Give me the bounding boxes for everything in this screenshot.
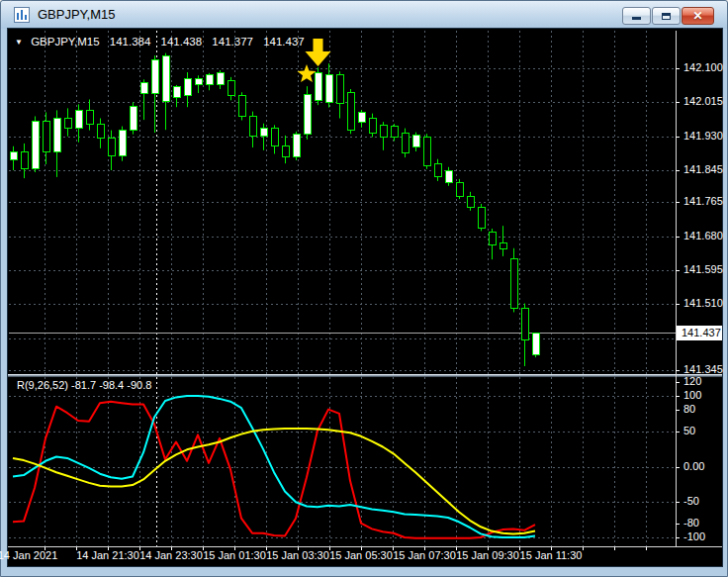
time-axis-label: 14 Jan 2021 <box>0 549 57 561</box>
candle <box>315 67 321 105</box>
candle-body <box>97 125 104 139</box>
candle-body <box>119 131 126 156</box>
candle-body <box>434 164 441 177</box>
candle <box>151 55 158 133</box>
window-title: GBPJPY,M15 <box>38 7 116 22</box>
candle <box>238 92 245 120</box>
candle <box>532 333 539 357</box>
candle <box>21 144 28 178</box>
candle <box>119 127 126 161</box>
candle <box>217 70 224 89</box>
indicator-axis-label: -100 <box>683 530 705 542</box>
minimize-icon <box>632 17 641 20</box>
candle-body <box>184 78 191 95</box>
candle-body <box>347 92 354 130</box>
header-close: 141.437 <box>263 36 305 48</box>
indicator-axis-tick <box>676 524 680 525</box>
candle-body <box>293 135 300 157</box>
candle <box>53 110 60 176</box>
candle <box>10 146 17 170</box>
candle <box>304 86 311 140</box>
candle-body <box>282 146 289 157</box>
candle <box>445 167 452 186</box>
time-axis-tick <box>646 547 647 550</box>
candle-body <box>445 171 452 182</box>
header-symbol: GBPJPY,M15 <box>31 36 99 48</box>
candle-body <box>391 127 398 137</box>
candle-body <box>260 129 267 137</box>
indicator-axis-tick <box>676 410 680 411</box>
candle <box>195 75 202 93</box>
time-axis-label: 14 Jan 23:30 <box>139 549 203 561</box>
collapse-triangle-icon[interactable]: ▼ <box>15 38 23 47</box>
chart-window-icon <box>14 7 30 23</box>
indicator-axis-label: 50 <box>683 425 695 436</box>
candle <box>489 229 496 259</box>
indicator-axis-label: 120 <box>683 375 701 387</box>
time-axis-tick <box>298 547 299 550</box>
restore-icon <box>662 13 671 20</box>
chart-header: ▼ GBPJPY,M15 141.384 141.438 141.377 141… <box>15 36 312 48</box>
candle-body <box>108 139 115 156</box>
candle-body <box>228 80 234 95</box>
candle-body <box>10 151 17 159</box>
candle <box>249 112 256 147</box>
price-axis-tick <box>676 137 680 138</box>
candle-body <box>195 78 202 85</box>
candle-body <box>304 94 311 134</box>
restore-button[interactable] <box>652 7 681 25</box>
indicator-axis-tick <box>676 432 680 433</box>
main-price-pane[interactable] <box>9 31 676 374</box>
header-low: 141.377 <box>212 36 253 48</box>
candle <box>467 192 474 211</box>
candle-body <box>64 119 71 129</box>
candle-body <box>53 119 60 152</box>
candle <box>184 72 191 107</box>
indicator-axis-label: -80 <box>683 517 699 529</box>
price-axis-label: 142.100 <box>683 61 723 73</box>
time-axis-tick <box>171 547 172 550</box>
price-axis-tick <box>676 270 680 271</box>
candle <box>173 85 180 107</box>
close-icon: ✕ <box>682 9 713 23</box>
chart-window: GBPJPY,M15 ✕ ▼ GBPJPY,M15 141.384 141.43… <box>0 0 728 577</box>
titlebar[interactable]: GBPJPY,M15 ✕ <box>1 1 727 29</box>
candle <box>32 116 39 172</box>
time-axis-label: 15 Jan 09:30 <box>456 549 519 561</box>
candle <box>402 129 409 157</box>
candle <box>282 136 289 163</box>
candle <box>521 304 528 366</box>
price-axis-label: 142.015 <box>683 95 723 107</box>
candle-body <box>43 121 49 152</box>
candle-body <box>510 258 517 308</box>
indicator-axis-tick <box>676 467 680 468</box>
close-button[interactable]: ✕ <box>682 7 714 25</box>
candle <box>336 71 343 118</box>
candle <box>412 133 419 151</box>
bid-price-box: 141.437 <box>677 326 722 340</box>
candle <box>206 73 213 90</box>
candle <box>293 132 300 160</box>
price-axis-label: 141.510 <box>683 297 723 309</box>
candle-body <box>358 112 365 122</box>
time-axis-tick <box>488 547 489 550</box>
time-axis-tick <box>361 547 362 550</box>
time-axis-label: 15 Jan 11:30 <box>520 549 583 561</box>
candle-body <box>325 74 332 102</box>
time-axis-tick <box>614 547 615 550</box>
price-axis-tick <box>676 68 680 69</box>
time-axis-tick <box>139 547 140 550</box>
candle-body <box>336 74 343 103</box>
time-axis-tick <box>551 547 552 550</box>
time-axis-tick <box>519 547 520 550</box>
candle <box>162 53 169 131</box>
indicator-pane[interactable] <box>9 377 676 546</box>
candle-body <box>151 60 158 93</box>
candle <box>86 100 93 131</box>
candle-body <box>130 106 136 130</box>
time-axis-label: 15 Jan 07:30 <box>393 549 456 561</box>
minimize-button[interactable] <box>622 7 651 25</box>
candle-body <box>521 308 528 339</box>
candle-body <box>173 87 180 97</box>
candle-body <box>21 151 28 168</box>
